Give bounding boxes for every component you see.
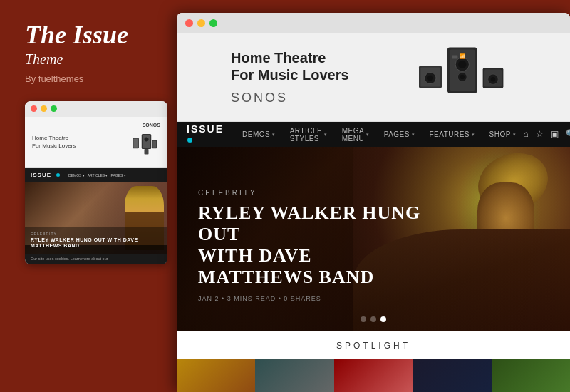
mini-ad-banner: Home Theatre For Music Lovers SONOS — [25, 117, 167, 168]
nav-items: DEMOS ▾ ARTICLE STYLES ▾ MEGA MENU ▾ PAG… — [235, 127, 523, 143]
svg-rect-7 — [153, 140, 157, 147]
hero-title: RYLEY WALKER HUNG OUT WITH DAVE MATTHEWS… — [198, 202, 428, 288]
mini-dot-red — [31, 105, 37, 112]
spotlight-title: SPOTLIGHT — [177, 341, 570, 351]
hero-meta: JAN 2 • 3 MINS READ • 0 SHARES — [198, 295, 428, 302]
svg-point-13 — [460, 75, 465, 79]
hero-slider: CELEBRITY RYLEY WALKER HUNG OUT WITH DAV… — [177, 147, 570, 331]
svg-rect-3 — [145, 149, 149, 155]
ad-headline: Home Theatre For Music Lovers — [231, 49, 349, 83]
hero-dots — [361, 316, 386, 322]
sidebar: The Issue Theme By fuelthemes Home Theat… — [0, 0, 177, 392]
ad-speaker-area: 📶 — [402, 41, 516, 113]
bookmark-icon[interactable]: ☆ — [536, 129, 544, 140]
svg-text:📶: 📶 — [460, 53, 465, 59]
mini-cookie: Our site uses cookies. Learn more about … — [25, 254, 167, 264]
svg-point-22 — [491, 77, 495, 81]
mini-logo-dot — [56, 173, 60, 177]
by-line: By fuelthemes — [25, 73, 162, 84]
hero-content: CELEBRITY RYLEY WALKER HUNG OUT WITH DAV… — [198, 189, 428, 302]
main-ad-banner: Home Theatre For Music Lovers SONOS — [177, 33, 570, 122]
hero-category: CELEBRITY — [198, 189, 428, 197]
main-dot-green — [209, 19, 217, 27]
mini-dot-green — [51, 105, 57, 112]
search-icon[interactable]: 🔍 — [566, 129, 570, 140]
ad-brand: SONOS — [231, 91, 349, 105]
nav-right: ⌂ ☆ ▣ 🔍 — [523, 129, 570, 140]
mini-ad-text: Home Theatre For Music Lovers — [32, 134, 76, 150]
ad-text-block: Home Theatre For Music Lovers SONOS — [231, 49, 349, 105]
nav-item-features[interactable]: FEATURES ▾ — [422, 127, 482, 143]
spotlight-img-3[interactable] — [334, 359, 413, 392]
mini-browser-preview: Home Theatre For Music Lovers SONOS — [25, 101, 167, 264]
main-dot-red — [185, 19, 193, 27]
ad-content: Home Theatre For Music Lovers SONOS — [217, 41, 530, 113]
hero-dot-3[interactable] — [380, 316, 386, 322]
svg-rect-14 — [452, 56, 457, 59]
spotlight-img-1[interactable] — [177, 359, 255, 392]
mini-dot-yellow — [41, 105, 47, 112]
mini-titlebar — [25, 101, 167, 117]
nav-item-demos[interactable]: DEMOS ▾ — [235, 127, 283, 143]
mini-speaker-svg — [128, 130, 160, 159]
mini-nav-items: DEMOS ▾ ARTICLES ▾ PAGES ▾ — [68, 173, 126, 177]
svg-point-18 — [428, 76, 433, 81]
hero-dot-1[interactable] — [361, 316, 366, 322]
nav-item-shop[interactable]: SHOP ▾ — [482, 127, 524, 143]
mini-hero-title: RYLEY WALKER HUNG OUT WITH DAVE MATTHEWS… — [31, 237, 162, 249]
mini-ad-brand: SONOS — [128, 123, 160, 128]
speaker-svg: 📶 — [402, 41, 516, 113]
spotlight-img-2[interactable] — [255, 359, 333, 392]
svg-point-2 — [145, 137, 149, 141]
mini-navbar: ISSUE DEMOS ▾ ARTICLES ▾ PAGES ▾ — [25, 168, 167, 182]
mini-logo: ISSUE — [31, 172, 51, 178]
spotlight-img-5[interactable] — [492, 359, 570, 392]
hero-dot-2[interactable] — [370, 316, 376, 322]
main-navbar[interactable]: ISSUE DEMOS ▾ ARTICLE STYLES ▾ MEGA MENU… — [177, 122, 570, 147]
home-icon[interactable]: ⌂ — [523, 129, 528, 140]
nav-logo: ISSUE — [187, 123, 224, 146]
main-titlebar — [177, 13, 570, 33]
mini-hero-category: CELEBRITY — [31, 232, 162, 236]
nav-item-pages[interactable]: PAGES ▾ — [377, 127, 423, 143]
main-browser: Home Theatre For Music Lovers SONOS — [177, 13, 570, 392]
mini-hero: CELEBRITY RYLEY WALKER HUNG OUT WITH DAV… — [25, 182, 167, 254]
main-dot-yellow — [197, 19, 205, 27]
spotlight-images — [177, 359, 570, 392]
spotlight-img-4[interactable] — [413, 359, 491, 392]
nav-item-article-styles[interactable]: ARTICLE STYLES ▾ — [283, 127, 335, 143]
spotlight-section: SPOTLIGHT — [177, 331, 570, 392]
svg-point-11 — [458, 61, 466, 68]
svg-rect-5 — [134, 138, 138, 147]
cart-icon[interactable]: ▣ — [551, 129, 559, 140]
theme-title: The Issue Theme — [25, 21, 162, 68]
nav-item-mega-menu[interactable]: MEGA MENU ▾ — [335, 127, 377, 143]
nav-logo-dot — [187, 138, 192, 143]
